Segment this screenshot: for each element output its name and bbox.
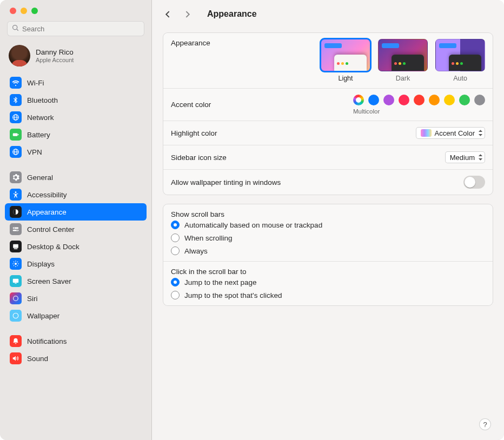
appearance-option-dark[interactable]: Dark [378, 39, 428, 82]
accent-swatch-blue[interactable] [368, 95, 379, 105]
accent-swatch-green[interactable] [459, 95, 470, 105]
network-icon [10, 111, 22, 123]
scroll-bars-option-always[interactable]: Always [171, 246, 485, 255]
screen-saver-icon [10, 275, 22, 287]
content-pane: Appearance Appearance Light Dark [152, 0, 504, 440]
search-icon [12, 24, 19, 33]
apple-account-row[interactable]: Danny Rico Apple Account [0, 41, 151, 72]
sidebar-item-displays[interactable]: Displays [5, 255, 147, 272]
sidebar-item-label: Screen Saver [27, 277, 71, 285]
sidebar-item-desktop-dock[interactable]: Desktop & Dock [5, 238, 147, 255]
accessibility-icon [10, 189, 22, 201]
accent-swatch-yellow[interactable] [444, 95, 455, 105]
accent-swatch-multicolor[interactable] [353, 95, 364, 105]
sidebar-item-vpn[interactable]: VPN [5, 143, 147, 161]
sidebar-item-notifications[interactable]: Notifications [5, 332, 147, 350]
svg-line-25 [14, 265, 14, 266]
sidebar-item-siri[interactable]: Siri [5, 290, 147, 307]
wallpaper-tinting-label: Allow wallpaper tinting in windows [171, 178, 281, 186]
highlight-color-value: Accent Color [435, 129, 475, 137]
sidebar-item-accessibility[interactable]: Accessibility [5, 186, 147, 203]
forward-button[interactable] [179, 6, 195, 22]
accent-swatch-red[interactable] [414, 95, 425, 105]
sidebar-item-control-center[interactable]: Control Center [5, 221, 147, 238]
scroll-panel: Show scroll bars Automatically based on … [163, 204, 493, 306]
sidebar-item-label: Desktop & Dock [27, 243, 79, 251]
appearance-option-auto[interactable]: Auto [435, 39, 485, 82]
sidebar-list: Wi-Fi Bluetooth Network Battery VPN [0, 72, 151, 440]
radio-label: Jump to the next page [184, 278, 257, 286]
bluetooth-icon [10, 94, 22, 106]
appearance-icon [10, 206, 22, 218]
sidebar-icon-size-select[interactable]: Medium [445, 151, 485, 163]
scroll-bars-title: Show scroll bars [171, 210, 485, 218]
radio-label: When scrolling [184, 234, 233, 242]
avatar [9, 45, 30, 66]
sidebar: Danny Rico Apple Account Wi-Fi Bluetooth… [0, 0, 152, 440]
sidebar-item-sound[interactable]: Sound [5, 350, 147, 367]
highlight-color-select[interactable]: Accent Color [416, 127, 485, 139]
battery-icon [10, 129, 22, 141]
appearance-option-label: Auto [453, 75, 467, 82]
sidebar-item-general[interactable]: General [5, 169, 147, 186]
displays-icon [10, 258, 22, 270]
system-settings-window: Danny Rico Apple Account Wi-Fi Bluetooth… [0, 0, 504, 440]
sidebar-item-network[interactable]: Network [5, 109, 147, 126]
radio-label: Always [184, 247, 208, 255]
help-button[interactable]: ? [479, 418, 491, 430]
scroll-bars-section: Show scroll bars Automatically based on … [163, 204, 493, 261]
sidebar-item-label: Appearance [27, 208, 67, 216]
appearance-panel: Appearance Light Dark Auto [163, 32, 493, 195]
sidebar-item-appearance[interactable]: Appearance [5, 203, 147, 221]
scroll-click-option-next-page[interactable]: Jump to the next page [171, 278, 485, 286]
radio-icon [171, 221, 180, 229]
accent-swatch-pink[interactable] [399, 95, 409, 105]
settings-body: Appearance Light Dark Auto [152, 28, 504, 440]
sidebar-item-label: VPN [27, 148, 42, 156]
accent-color-label: Accent color [171, 101, 211, 109]
sidebar-item-battery[interactable]: Battery [5, 126, 147, 143]
back-button[interactable] [160, 6, 176, 22]
svg-line-23 [14, 262, 14, 262]
appearance-label: Appearance [171, 39, 210, 47]
scroll-click-section: Click in the scroll bar to Jump to the n… [163, 261, 493, 305]
search-input[interactable] [22, 25, 140, 33]
svg-rect-16 [13, 244, 18, 248]
close-window-button[interactable] [10, 8, 16, 14]
control-center-icon [10, 223, 22, 235]
search-field[interactable] [7, 21, 144, 36]
gear-icon [10, 171, 22, 183]
svg-line-26 [17, 262, 18, 262]
sidebar-item-wifi[interactable]: Wi-Fi [5, 74, 147, 91]
sidebar-item-wallpaper[interactable]: Wallpaper [5, 307, 147, 324]
appearance-row: Appearance Light Dark Auto [163, 33, 493, 88]
sidebar-item-label: Control Center [27, 225, 75, 234]
svg-point-18 [15, 263, 17, 265]
radio-icon [171, 234, 180, 242]
appearance-option-light[interactable]: Light [321, 39, 370, 82]
fullscreen-window-button[interactable] [31, 8, 38, 14]
accent-swatch-orange[interactable] [429, 95, 440, 105]
scroll-click-option-spot[interactable]: Jump to the spot that's clicked [171, 291, 485, 299]
sidebar-item-label: Notifications [27, 337, 67, 345]
sidebar-item-bluetooth[interactable]: Bluetooth [5, 91, 147, 109]
scroll-bars-option-when-scrolling[interactable]: When scrolling [171, 234, 485, 242]
svg-rect-5 [13, 133, 18, 136]
wallpaper-tinting-toggle[interactable] [463, 176, 485, 189]
scroll-bars-option-auto[interactable]: Automatically based on mouse or trackpad [171, 221, 485, 229]
appearance-option-label: Light [338, 75, 353, 82]
svg-line-24 [17, 265, 18, 266]
sidebar-item-label: Battery [27, 131, 50, 139]
accent-swatch-purple[interactable] [383, 95, 394, 105]
accent-swatch-graphite[interactable] [474, 95, 485, 105]
radio-icon [171, 246, 180, 255]
scroll-click-title: Click in the scroll bar to [171, 268, 485, 276]
svg-point-0 [13, 25, 17, 30]
vpn-icon [10, 146, 22, 158]
accent-swatches [353, 95, 485, 105]
svg-rect-12 [13, 228, 19, 229]
sidebar-item-screen-saver[interactable]: Screen Saver [5, 272, 147, 290]
wallpaper-icon [10, 310, 22, 322]
svg-point-30 [13, 313, 18, 318]
minimize-window-button[interactable] [21, 8, 27, 14]
